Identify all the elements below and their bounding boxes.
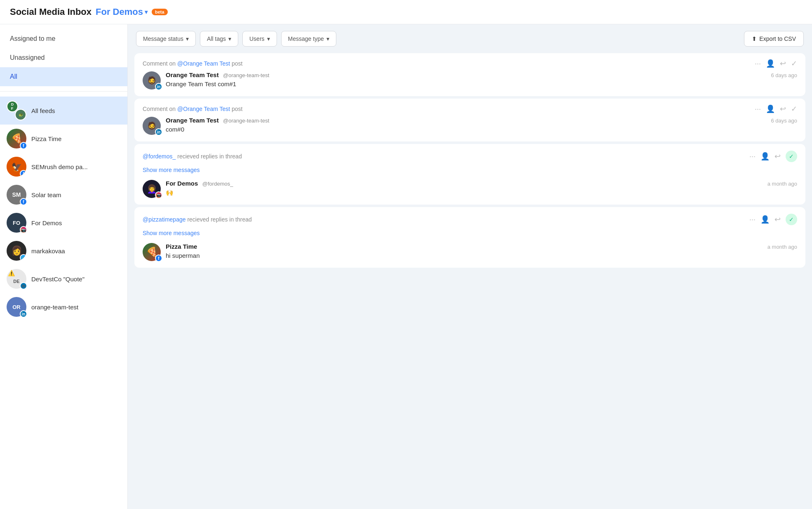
context-link[interactable]: @Orange Team Test	[177, 60, 230, 67]
author-row: Orange Team Test @orange-team-test 6 day…	[166, 117, 797, 124]
message-body: 🧔 in Orange Team Test @orange-team-test …	[143, 71, 797, 90]
sidebar-item-assigned[interactable]: Assigned to me	[0, 29, 127, 48]
sidebar-item-unassigned[interactable]: Unassigned	[0, 48, 127, 67]
author-row: For Demos @fordemos_ a month ago	[166, 180, 797, 187]
show-more-messages-link[interactable]: Show more messages	[143, 167, 200, 173]
demo-dropdown[interactable]: For Demos ▾	[96, 7, 148, 17]
message-content: Pizza Time a month ago hi superman	[166, 243, 797, 259]
markakovaa-avatar: 👩 🐦	[7, 241, 26, 261]
message-content: For Demos @fordemos_ a month ago 🙌	[166, 180, 797, 196]
chevron-down-icon: ▾	[267, 35, 270, 42]
feed-label-all-feeds: All feeds	[31, 107, 55, 114]
messages-list: Comment on @Orange Team Test post ··· 👤 …	[128, 53, 812, 509]
facebook-badge: f	[20, 170, 26, 177]
all-tags-filter[interactable]: All tags ▾	[200, 31, 238, 47]
context-link[interactable]: @Orange Team Test	[177, 106, 230, 112]
all-feeds-avatar: DF 🐢	[7, 101, 26, 120]
feed-label-semrush: SEMrush demo pa...	[31, 163, 88, 170]
author-row: Orange Team Test @orange-team-test 6 day…	[166, 71, 797, 79]
more-options-button[interactable]: ···	[755, 60, 761, 67]
message-text: 🙌	[166, 189, 797, 196]
feed-item-solar-team[interactable]: SM f Solar team	[0, 181, 127, 209]
devtest-avatar: ⚠️ DE in	[7, 269, 26, 289]
orange-test-avatar: OR in	[7, 297, 26, 317]
message-avatar: 🧔 in	[143, 71, 161, 90]
resolve-button[interactable]: ✓	[791, 105, 797, 113]
reply-button[interactable]: ↩	[780, 105, 786, 113]
message-context: @pizzatimepage recieved replies in threa…	[143, 216, 252, 223]
message-status-filter[interactable]: Message status ▾	[136, 31, 196, 47]
resolve-button[interactable]: ✓	[791, 60, 797, 67]
message-text: com#0	[166, 126, 797, 133]
filter-bar: Message status ▾ All tags ▾ Users ▾ Mess…	[128, 24, 812, 53]
twitter-badge: 🐦	[20, 254, 26, 261]
assign-button[interactable]: 👤	[760, 153, 770, 160]
linkedin-badge: in	[20, 310, 27, 318]
feed-item-devtest[interactable]: ⚠️ DE in DevTestCo "Quote"	[0, 265, 127, 293]
message-card: @fordemos_ recieved replies in thread ··…	[134, 144, 805, 205]
message-actions: ··· 👤 ↩ ✓	[749, 151, 797, 162]
assign-button[interactable]: 👤	[766, 105, 775, 113]
message-avatar: 🧔 in	[143, 117, 161, 135]
message-header: @fordemos_ recieved replies in thread ··…	[143, 151, 797, 162]
context-link[interactable]: @fordemos_	[143, 153, 176, 160]
users-filter[interactable]: Users ▾	[242, 31, 277, 47]
author-info: Orange Team Test @orange-team-test	[166, 117, 269, 124]
facebook-badge: f	[20, 142, 27, 149]
feed-item-all-feeds[interactable]: DF 🐢 All feeds	[0, 97, 127, 125]
message-type-filter[interactable]: Message type ▾	[281, 31, 336, 47]
message-body: 🧔 in Orange Team Test @orange-team-test …	[143, 117, 797, 135]
feed-item-markakovaa[interactable]: 👩 🐦 markakovaa	[0, 237, 127, 265]
reply-button[interactable]: ↩	[774, 153, 781, 160]
message-card: Comment on @Orange Team Test post ··· 👤 …	[134, 99, 805, 141]
message-header: Comment on @Orange Team Test post ··· 👤 …	[143, 105, 797, 113]
main-layout: Assigned to me Unassigned All DF 🐢 All f…	[0, 24, 812, 509]
more-options-button[interactable]: ···	[755, 105, 761, 113]
feed-item-for-demos[interactable]: FO 📷 For Demos	[0, 209, 127, 237]
message-avatar: 🍕 f	[143, 243, 161, 261]
sidebar-feeds: DF 🐢 All feeds 🍕 f Pizza Time	[0, 92, 127, 326]
context-link[interactable]: @pizzatimepage	[143, 216, 186, 223]
reply-button[interactable]: ↩	[774, 216, 781, 223]
semrush-avatar: 🦅 f	[7, 157, 26, 177]
resolved-button[interactable]: ✓	[786, 214, 797, 225]
message-body: 🍕 f Pizza Time a month ago h	[143, 243, 797, 261]
facebook-badge: f	[155, 254, 162, 262]
demo-label: For Demos	[96, 7, 143, 17]
reply-button[interactable]: ↩	[780, 60, 786, 67]
content-area: Message status ▾ All tags ▾ Users ▾ Mess…	[128, 24, 812, 509]
message-context: @fordemos_ recieved replies in thread	[143, 153, 242, 160]
message-body: 👩‍🦱 📷 For Demos @fordemos_ a month ago	[143, 180, 797, 198]
more-options-button[interactable]: ···	[749, 216, 756, 223]
sidebar: Assigned to me Unassigned All DF 🐢 All f…	[0, 24, 128, 509]
beta-badge: beta	[152, 9, 168, 15]
message-actions: ··· 👤 ↩ ✓	[755, 105, 797, 113]
message-text: Orange Team Test com#1	[166, 80, 797, 87]
sidebar-nav: Assigned to me Unassigned All	[0, 29, 127, 92]
for-demos-avatar: FO 📷	[7, 213, 26, 233]
message-content: Orange Team Test @orange-team-test 6 day…	[166, 117, 797, 133]
chevron-down-icon: ▾	[145, 9, 148, 15]
more-options-button[interactable]: ···	[749, 153, 756, 160]
sidebar-item-all[interactable]: All	[0, 67, 127, 86]
assign-button[interactable]: 👤	[760, 216, 770, 223]
resolved-button[interactable]: ✓	[786, 151, 797, 162]
linkedin-badge: in	[155, 83, 162, 90]
message-actions: ··· 👤 ↩ ✓	[749, 214, 797, 225]
message-actions: ··· 👤 ↩ ✓	[755, 60, 797, 67]
message-avatar: 👩‍🦱 📷	[143, 180, 161, 198]
message-header: @pizzatimepage recieved replies in threa…	[143, 214, 797, 225]
feed-label-pizza: Pizza Time	[31, 135, 61, 142]
feed-item-pizza-time[interactable]: 🍕 f Pizza Time	[0, 125, 127, 153]
feed-item-orange-test[interactable]: OR in orange-team-test	[0, 293, 127, 321]
feed-label-solar: Solar team	[31, 191, 61, 198]
assign-button[interactable]: 👤	[766, 60, 775, 67]
feed-label-markakovaa: markakovaa	[31, 247, 65, 254]
chevron-down-icon: ▾	[186, 35, 189, 42]
svg-text:🦅: 🦅	[12, 162, 22, 172]
export-csv-button[interactable]: ⬆ Export to CSV	[744, 31, 804, 47]
message-text: hi superman	[166, 252, 797, 259]
feed-item-semrush[interactable]: 🦅 f SEMrush demo pa...	[0, 153, 127, 181]
header: Social Media Inbox For Demos ▾ beta	[0, 0, 812, 24]
show-more-messages-link[interactable]: Show more messages	[143, 230, 200, 236]
